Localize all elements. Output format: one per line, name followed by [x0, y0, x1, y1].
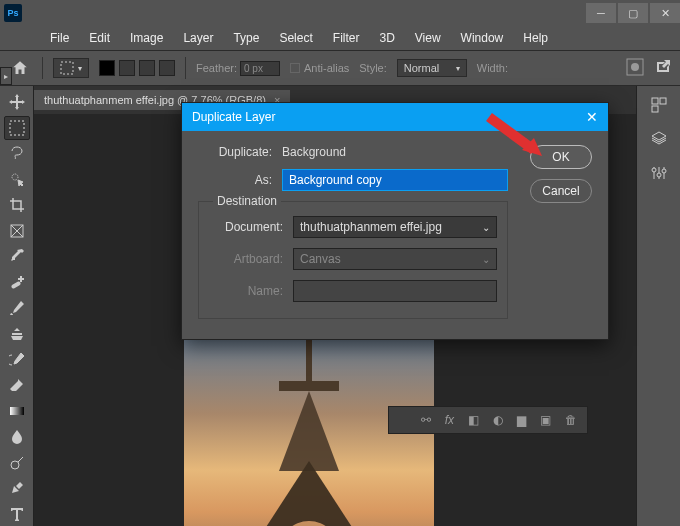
- link-layers-icon[interactable]: ⚯: [421, 413, 431, 427]
- menu-filter[interactable]: Filter: [325, 28, 368, 48]
- new-selection-icon[interactable]: [99, 60, 115, 76]
- destination-legend: Destination: [213, 194, 281, 208]
- minimize-button[interactable]: ─: [586, 3, 616, 23]
- artboard-value: Canvas: [300, 252, 341, 266]
- crop-tool-icon[interactable]: [4, 193, 30, 217]
- menu-layer[interactable]: Layer: [175, 28, 221, 48]
- dialog-title: Duplicate Layer: [192, 110, 275, 124]
- frame-tool-icon[interactable]: [4, 219, 30, 243]
- duplicate-value: Background: [282, 145, 346, 159]
- menu-file[interactable]: File: [42, 28, 77, 48]
- layer-fx-icon[interactable]: fx: [445, 413, 454, 427]
- tools-panel: [0, 86, 34, 526]
- subtract-selection-icon[interactable]: [139, 60, 155, 76]
- feather-input[interactable]: [240, 61, 280, 76]
- eyedropper-tool-icon[interactable]: [4, 245, 30, 269]
- pen-tool-icon[interactable]: [4, 477, 30, 501]
- menu-image[interactable]: Image: [122, 28, 171, 48]
- maximize-button[interactable]: ▢: [618, 3, 648, 23]
- layers-panel-icon[interactable]: [648, 128, 670, 150]
- width-label: Width:: [477, 62, 508, 74]
- ok-button[interactable]: OK: [530, 145, 592, 169]
- svg-point-4: [12, 174, 18, 180]
- divider: [185, 57, 186, 79]
- brush-tool-icon[interactable]: [4, 296, 30, 320]
- svg-point-12: [652, 168, 656, 172]
- adjustments-panel-icon[interactable]: [648, 162, 670, 184]
- style-select[interactable]: Normal▾: [397, 59, 467, 77]
- menu-edit[interactable]: Edit: [81, 28, 118, 48]
- duplicate-layer-dialog: Duplicate Layer ✕ OK Cancel Duplicate: B…: [181, 102, 609, 340]
- add-selection-icon[interactable]: [119, 60, 135, 76]
- group-icon[interactable]: ▆: [517, 413, 526, 427]
- svg-rect-3: [10, 121, 24, 135]
- artboard-label: Artboard:: [209, 252, 283, 266]
- svg-point-14: [662, 169, 666, 173]
- options-bar: ▾ Feather: Anti-alias Style: Normal▾ Wid…: [0, 50, 680, 86]
- selection-mode-icons[interactable]: [99, 60, 175, 76]
- healing-brush-tool-icon[interactable]: [4, 270, 30, 294]
- antialias-label: Anti-alias: [304, 62, 349, 74]
- artboard-select: Canvas ⌄: [293, 248, 497, 270]
- style-label: Style:: [359, 62, 387, 74]
- clone-stamp-tool-icon[interactable]: [4, 322, 30, 346]
- expand-toolbar-icon[interactable]: ▸: [0, 67, 12, 85]
- marquee-tool-preset[interactable]: ▾: [53, 58, 89, 78]
- svg-rect-11: [652, 106, 658, 112]
- name-label: Name:: [209, 284, 283, 298]
- dialog-close-icon[interactable]: ✕: [586, 109, 598, 125]
- layer-mask-icon[interactable]: ◧: [468, 413, 479, 427]
- document-value: thuthuatphanmem effei.jpg: [300, 220, 442, 234]
- menu-view[interactable]: View: [407, 28, 449, 48]
- menu-type[interactable]: Type: [225, 28, 267, 48]
- eraser-tool-icon[interactable]: [4, 373, 30, 397]
- close-button[interactable]: ✕: [650, 3, 680, 23]
- as-input[interactable]: [282, 169, 508, 191]
- menu-window[interactable]: Window: [453, 28, 512, 48]
- svg-point-2: [631, 63, 639, 71]
- menu-help[interactable]: Help: [515, 28, 556, 48]
- menu-select[interactable]: Select: [271, 28, 320, 48]
- dialog-titlebar[interactable]: Duplicate Layer ✕: [182, 103, 608, 131]
- svg-rect-10: [660, 98, 666, 104]
- gradient-tool-icon[interactable]: [4, 399, 30, 423]
- layers-panel-footer: ⚯ fx ◧ ◐ ▆ ▣ 🗑: [388, 406, 588, 434]
- lasso-tool-icon[interactable]: [4, 142, 30, 166]
- mask-mode-icon[interactable]: [626, 58, 644, 78]
- svg-rect-9: [652, 98, 658, 104]
- as-label: As:: [198, 173, 272, 187]
- style-value: Normal: [404, 62, 439, 74]
- share-icon[interactable]: [654, 58, 672, 78]
- document-label: Document:: [209, 220, 283, 234]
- name-input: [293, 280, 497, 302]
- window-controls: ─ ▢ ✕: [584, 3, 680, 23]
- trash-icon[interactable]: 🗑: [565, 413, 577, 427]
- svg-rect-7: [10, 407, 24, 415]
- move-tool-icon[interactable]: [4, 90, 30, 114]
- cancel-button[interactable]: Cancel: [530, 179, 592, 203]
- marquee-tool-icon[interactable]: [4, 116, 30, 140]
- new-layer-icon[interactable]: ▣: [540, 413, 551, 427]
- photoshop-logo-icon: Ps: [4, 4, 22, 22]
- libraries-panel-icon[interactable]: [648, 94, 670, 116]
- document-select[interactable]: thuthuatphanmem effei.jpg ⌄: [293, 216, 497, 238]
- svg-rect-0: [61, 62, 73, 74]
- feather-field: Feather:: [196, 61, 280, 76]
- duplicate-label: Duplicate:: [198, 145, 272, 159]
- intersect-selection-icon[interactable]: [159, 60, 175, 76]
- chevron-down-icon: ⌄: [482, 222, 490, 233]
- titlebar: Ps ─ ▢ ✕: [0, 0, 680, 26]
- quick-select-tool-icon[interactable]: [4, 167, 30, 191]
- collapsed-panels: [636, 86, 680, 526]
- type-tool-icon[interactable]: [4, 502, 30, 526]
- chevron-down-icon: ⌄: [482, 254, 490, 265]
- blur-tool-icon[interactable]: [4, 425, 30, 449]
- svg-point-13: [657, 173, 661, 177]
- history-brush-tool-icon[interactable]: [4, 348, 30, 372]
- dodge-tool-icon[interactable]: [4, 451, 30, 475]
- menu-3d[interactable]: 3D: [371, 28, 402, 48]
- feather-label: Feather:: [196, 62, 237, 74]
- adjustment-layer-icon[interactable]: ◐: [493, 413, 503, 427]
- antialias-checkbox[interactable]: Anti-alias: [290, 62, 349, 74]
- divider: [42, 57, 43, 79]
